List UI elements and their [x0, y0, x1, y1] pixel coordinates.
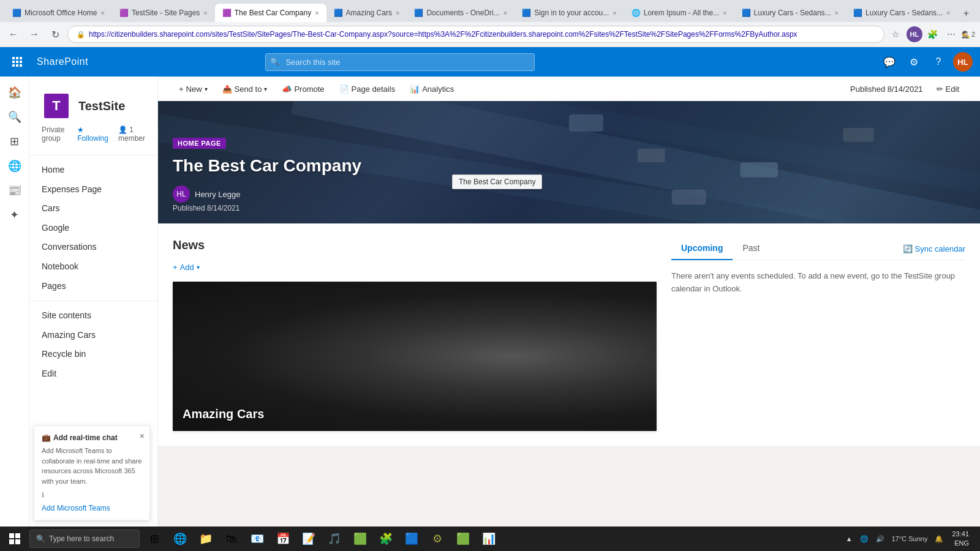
send-to-button[interactable]: 📤 Send to ▾ [216, 81, 274, 97]
following-label[interactable]: ★ Following [77, 126, 108, 143]
help-button[interactable]: ? [929, 52, 948, 72]
site-top-bar: T TestSite [29, 86, 157, 126]
back-button[interactable]: ← [5, 26, 22, 43]
events-tabs: Upcoming Past 🔄 Sync calendar [671, 238, 965, 260]
extension-button[interactable]: 🧩 [925, 26, 941, 42]
settings-button[interactable]: ⚙ [904, 52, 924, 72]
task-view-button[interactable]: ⊞ [142, 527, 167, 551]
nav-item-conversations[interactable]: Conversations [29, 238, 157, 257]
nav-item-pages[interactable]: Pages [29, 277, 157, 296]
hero-title: The Best Car Company [173, 156, 361, 176]
svg-rect-1 [16, 57, 18, 59]
new-button[interactable]: + New ▾ [173, 81, 214, 97]
clock[interactable]: 23:41 ENG [948, 530, 973, 549]
nav-icon-apps[interactable]: ⊞ [4, 130, 26, 152]
settings-button[interactable]: ⋯ [943, 26, 959, 42]
app5-icon[interactable]: 📧 [245, 527, 270, 551]
add-label: Add [180, 263, 194, 272]
tab-label-6: Sign in to your accou... [534, 9, 609, 17]
tab-close-9[interactable]: × [946, 9, 950, 17]
reload-button[interactable]: ↻ [47, 26, 64, 43]
svg-point-22 [278, 402, 320, 431]
tab-lorem[interactable]: 🌐 Lorem Ipsum - All the... × [624, 4, 734, 22]
edit-button[interactable]: ✏ Edit [930, 81, 965, 97]
tab-testsite[interactable]: 🟪 TestSite - Site Pages × [112, 4, 215, 22]
app10-icon[interactable]: 🧩 [374, 527, 398, 551]
taskbar-search[interactable]: 🔍 Type here to search [29, 530, 140, 548]
nav-item-expenses[interactable]: Expenses Page [29, 180, 157, 200]
sync-calendar-button[interactable]: 🔄 Sync calendar [903, 238, 965, 260]
add-news-button[interactable]: + Add ▾ [173, 263, 200, 272]
tab-close-2[interactable]: × [203, 9, 207, 17]
published-info: Published 8/14/2021 ✏ Edit [850, 81, 965, 97]
tab-amazing-cars[interactable]: 🟦 Amazing Cars × [326, 4, 407, 22]
news-card[interactable]: Amazing Cars [173, 282, 657, 431]
weather-widget[interactable]: 17°C Sunny [889, 535, 930, 542]
analytics-button[interactable]: 📊 Analytics [404, 81, 460, 97]
file-explorer-icon[interactable]: 📁 [194, 527, 218, 551]
search-input[interactable] [265, 53, 535, 71]
nav-item-site-contents[interactable]: Site contents [29, 306, 157, 326]
tab-close-5[interactable]: × [503, 9, 507, 17]
tab-luxury1[interactable]: 🟦 Luxury Cars - Sedans... × [734, 4, 846, 22]
app8-icon[interactable]: 🎵 [322, 527, 347, 551]
nav-icon-sites[interactable]: 🌐 [4, 155, 26, 177]
notification-icon[interactable]: 🔔 [932, 535, 946, 543]
nav-item-recycle-bin[interactable]: Recycle bin [29, 345, 157, 364]
browser-actions: ☆ HL 🧩 ⋯ 🕵️ 2 [888, 26, 975, 42]
tab-close-8[interactable]: × [835, 9, 839, 17]
app7-icon[interactable]: 📝 [296, 527, 321, 551]
chat-panel-close-button[interactable]: × [140, 431, 145, 441]
url-input[interactable] [89, 30, 875, 39]
page-details-button[interactable]: 📄 Page details [333, 81, 402, 97]
nav-icon-create[interactable]: ✦ [4, 204, 26, 226]
tab-best-car[interactable]: 🟪 The Best Car Company × [215, 4, 326, 22]
tab-luxury2[interactable]: 🟦 Luxury Cars - Sedans... × [846, 4, 958, 22]
nav-icon-news[interactable]: 📰 [4, 179, 26, 201]
volume-icon[interactable]: 🔊 [873, 535, 887, 543]
show-desktop-button[interactable]: ▲ [843, 535, 855, 542]
nav-item-amazing-cars[interactable]: Amazing Cars [29, 326, 157, 345]
app12-icon[interactable]: ⚙ [425, 527, 450, 551]
app6-icon[interactable]: 📅 [271, 527, 295, 551]
user-avatar[interactable]: HL [953, 52, 973, 72]
sharepoint-logo[interactable]: SharePoint [37, 56, 88, 67]
address-bar[interactable]: 🔒 [67, 26, 884, 43]
nav-icon-search[interactable]: 🔍 [4, 106, 26, 128]
tab-past[interactable]: Past [733, 238, 769, 260]
excel-icon[interactable]: 📊 [477, 527, 501, 551]
chat-button[interactable]: 💬 [880, 52, 899, 72]
tab-close-7[interactable]: × [723, 9, 726, 17]
nav-item-home[interactable]: Home [29, 160, 157, 180]
edge-icon[interactable]: 🌐 [168, 527, 192, 551]
nav-icon-home[interactable]: 🏠 [4, 81, 26, 103]
tab-upcoming[interactable]: Upcoming [671, 238, 733, 260]
store-icon[interactable]: 🛍 [219, 527, 244, 551]
tab-close-1[interactable]: × [100, 9, 104, 17]
tab-documents[interactable]: 🟦 Documents - OneDri... × [407, 4, 514, 22]
add-microsoft-teams-button[interactable]: Add Microsoft Teams [42, 504, 142, 512]
waffle-menu[interactable] [7, 52, 27, 72]
promote-button[interactable]: 📣 Promote [276, 81, 330, 97]
tab-label-5: Documents - OneDri... [426, 9, 499, 17]
tab-close-3[interactable]: × [315, 9, 318, 17]
tab-favicon-6: 🟦 [522, 9, 530, 17]
forward-button[interactable]: → [26, 26, 43, 43]
nav-item-google[interactable]: Google [29, 219, 157, 238]
nav-item-notebook[interactable]: Notebook [29, 257, 157, 277]
nav-item-cars[interactable]: Cars [29, 199, 157, 219]
tab-close-6[interactable]: × [612, 9, 616, 17]
network-icon[interactable]: 🌐 [858, 535, 871, 543]
app13-icon[interactable]: 🟩 [451, 527, 475, 551]
app9-icon[interactable]: 🟩 [348, 527, 372, 551]
nav-item-edit[interactable]: Edit [29, 364, 157, 384]
tab-signin[interactable]: 🟦 Sign in to your accou... × [514, 4, 624, 22]
start-button[interactable] [2, 527, 27, 551]
app11-icon[interactable]: 🟦 [399, 527, 424, 551]
bookmark-button[interactable]: ☆ [888, 26, 904, 42]
profile-button[interactable]: HL [907, 26, 922, 42]
news-card-title: Amazing Cars [183, 407, 264, 421]
new-tab-button[interactable]: + [958, 5, 975, 22]
tab-close-4[interactable]: × [396, 9, 399, 17]
tab-microsoft-office[interactable]: 🟦 Microsoft Office Home × [5, 4, 112, 22]
